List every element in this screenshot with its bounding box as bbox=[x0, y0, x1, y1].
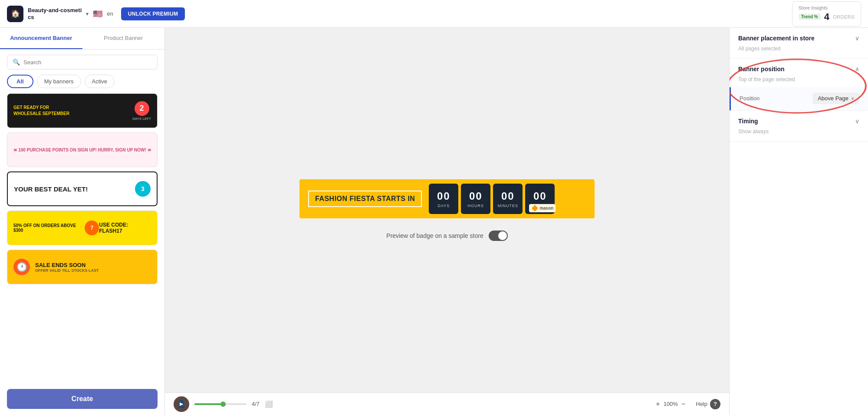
unlock-premium-button[interactable]: UNLOCK PREMIUM bbox=[121, 7, 185, 20]
position-value: Above Page bbox=[818, 95, 848, 102]
banner-placement-section: Banner placement in store ∨ All pages se… bbox=[730, 28, 868, 59]
position-dropdown[interactable]: Above Page ∨ bbox=[812, 92, 859, 104]
banner5-clock-icon: 🕐 bbox=[13, 259, 30, 275]
banner1-badge: 2 bbox=[135, 101, 149, 116]
preview-toggle-label: Preview of badge on a sample store bbox=[386, 232, 483, 239]
orders-label: ORDERS bbox=[833, 14, 855, 20]
search-icon: 🔍 bbox=[13, 59, 20, 66]
banner3-badge: 3 bbox=[135, 181, 151, 197]
banner1-text: GET READY FORWHOLESALE SEPTEMBER bbox=[13, 105, 69, 117]
banner3-text: YOUR BEST DEAL YET! bbox=[14, 185, 88, 193]
help-circle-icon: ? bbox=[710, 399, 720, 409]
store-insights-title: Store Insights bbox=[799, 5, 855, 10]
preview-banner-text: FASHION FIESTA STARTS IN bbox=[315, 195, 415, 202]
orders-count: 4 bbox=[824, 11, 829, 23]
countdown-hours: 00 HOURS bbox=[461, 184, 490, 214]
banner-position-title: Banner position bbox=[738, 66, 785, 72]
avatar: 👤 ▶ bbox=[174, 396, 189, 412]
tab-announcement-banner[interactable]: Announcement Banner bbox=[0, 28, 82, 49]
search-input-wrap: 🔍 bbox=[7, 55, 158, 69]
filter-all-button[interactable]: All bbox=[7, 75, 33, 88]
zoom-level: 100% bbox=[664, 401, 678, 407]
page-count: 4/7 bbox=[252, 401, 260, 407]
banner1-sub: DAYS LEFT bbox=[132, 117, 151, 121]
banner-placement-title: Banner placement in store bbox=[738, 35, 815, 42]
banner-item-5[interactable]: 🕐 SALE ENDS SOON OFFER VALID TILL STOCKS… bbox=[7, 250, 158, 284]
flag-icon: 🇺🇸 bbox=[93, 9, 102, 19]
play-overlay[interactable]: ▶ bbox=[174, 396, 189, 412]
filter-active-button[interactable]: Active bbox=[85, 75, 115, 88]
timing-section: Timing ∨ Show always bbox=[730, 111, 868, 142]
banner4-code: USE CODE: FLASH17 bbox=[99, 222, 151, 234]
zoom-controls: + 100% − bbox=[656, 400, 685, 408]
help-btn[interactable]: Help ? bbox=[696, 399, 720, 409]
banner5-title: SALE ENDS SOON bbox=[35, 262, 99, 268]
banner-item-4[interactable]: 50% OFF ON ORDERS ABOVE $300 7 USE CODE:… bbox=[7, 211, 158, 245]
countdown-days: 00 DAYS bbox=[429, 184, 458, 214]
banner-placement-subtitle: All pages selected bbox=[738, 46, 780, 52]
zoom-minus-button[interactable]: − bbox=[681, 400, 685, 408]
position-label: Position bbox=[740, 95, 812, 102]
banner4-badge: 7 bbox=[85, 221, 99, 235]
lang-label: en bbox=[107, 10, 113, 17]
banner-item-3[interactable]: YOUR BEST DEAL YET! 3 bbox=[7, 171, 158, 206]
timing-chevron-icon[interactable]: ∨ bbox=[855, 118, 859, 125]
preview-toggle-switch[interactable] bbox=[489, 231, 508, 241]
banner5-sub: OFFER VALID TILL STOCKS LAST bbox=[35, 268, 99, 273]
preview-toggle-row: Preview of badge on a sample store bbox=[386, 231, 507, 241]
filter-my-banners-button[interactable]: My banners bbox=[37, 75, 81, 88]
preview-banner: FASHION FIESTA STARTS IN 00 DAYS 00 HOUR… bbox=[299, 179, 595, 218]
countdown-seconds: 00 SE... 🔶 mason bbox=[525, 184, 555, 214]
banner-position-section: Banner position ∧ Top of the page select… bbox=[730, 59, 868, 111]
create-button[interactable]: Create bbox=[7, 389, 158, 409]
chevron-up-icon[interactable]: ∧ bbox=[855, 66, 859, 72]
progress-bar bbox=[194, 403, 247, 405]
timing-title: Timing bbox=[738, 118, 758, 125]
countdown-minutes: 00 MINUTES bbox=[493, 184, 523, 214]
tab-product-banner[interactable]: Product Banner bbox=[82, 28, 165, 49]
trend-badge: Trend % bbox=[799, 13, 821, 20]
store-insights-card: Store Insights Trend % 4 ORDERS bbox=[792, 1, 861, 26]
banner2-text: ≋ 100 PURCHASE POINTS ON SIGN UP! HURRY,… bbox=[13, 148, 151, 152]
banner-item-1[interactable]: GET READY FORWHOLESALE SEPTEMBER 2 DAYS … bbox=[7, 93, 158, 128]
banner-position-subtitle: Top of the page selected bbox=[738, 76, 795, 82]
dropdown-chevron-icon: ∨ bbox=[851, 96, 854, 101]
search-input[interactable] bbox=[23, 59, 152, 66]
banner-item-2[interactable]: ≋ 100 PURCHASE POINTS ON SIGN UP! HURRY,… bbox=[7, 132, 158, 167]
slide-icon: ⬜ bbox=[265, 400, 273, 408]
zoom-plus-button[interactable]: + bbox=[656, 400, 660, 408]
chevron-down-icon[interactable]: ▾ bbox=[86, 11, 89, 17]
chevron-down-icon[interactable]: ∨ bbox=[855, 35, 859, 42]
banner4-text-left: 50% OFF ON ORDERS ABOVE $300 bbox=[13, 223, 85, 233]
store-name: Beauty-and-cosmeti cs bbox=[28, 7, 82, 20]
timing-value: Show always bbox=[738, 128, 769, 135]
home-icon[interactable]: 🏠 bbox=[7, 6, 23, 22]
